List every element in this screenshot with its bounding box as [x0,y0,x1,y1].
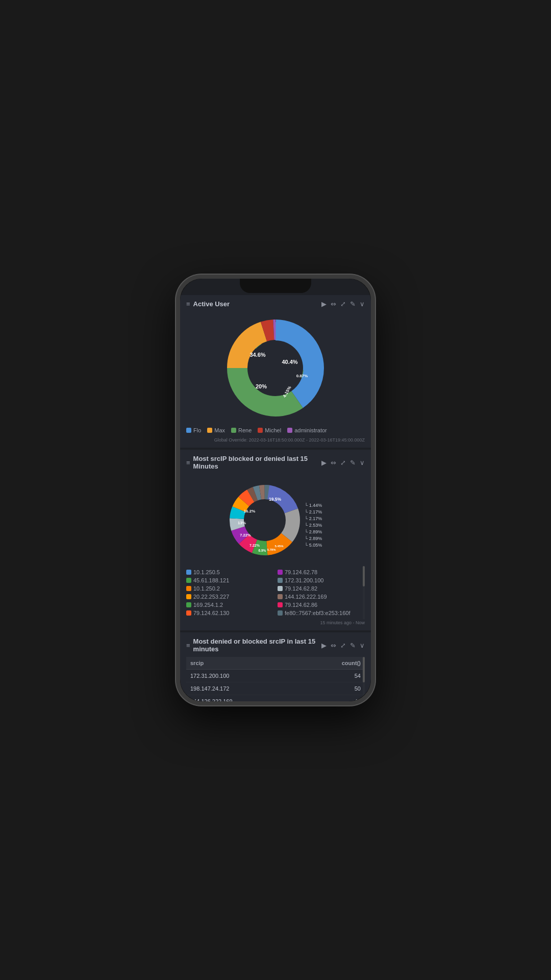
scrollbar-thumb-2 [363,566,365,586]
lg-label-6: 79.124.62.82 [285,585,317,592]
legend-label-michel: Michel [265,427,281,433]
panel2-actions: ▶ ⇔ ⤢ ✎ ∨ [321,459,365,467]
expand-icon-2[interactable]: ⤢ [340,459,346,467]
legend-dot-michel [258,428,263,433]
legend-dot-flo [186,428,191,433]
label-right-3: └ 2.17% [305,516,322,521]
scrollbar-track-3 [363,657,365,701]
table-row: 172.31.200.100 54 [186,670,365,682]
table-row: 144.126.222.169 45 [186,695,365,702]
lg-169.254.1.2: 169.254.1.2 [186,602,273,608]
donut-svg-2: 16.2% 19.5% 13% 7.22% 7.22% 6.9% 5.78% 5… [224,479,306,561]
chevron-icon-2[interactable]: ∨ [360,459,365,467]
lg-label-3: 45.61.188.121 [193,577,229,583]
cell-srcip-3: 144.126.222.169 [186,695,317,702]
legend-item-michel: Michel [258,427,281,433]
label2-545: 5.45% [274,545,284,548]
edit-icon-2[interactable]: ✎ [350,459,356,467]
panel3-title-group: ≡ Most denied or blocked srcIP in last 1… [186,638,321,653]
lg-label-2: 79.124.62.78 [285,569,317,575]
panel-actions: ▶ ⇔ ⤢ ✎ ∨ [321,300,365,308]
play-icon-3[interactable]: ▶ [321,642,327,649]
label-flo: 40.4% [282,359,297,365]
lg-dot-4 [278,578,283,583]
label-max: 20% [256,383,267,389]
lg-label-11: 79.124.62.130 [193,610,229,616]
cell-count-3: 45 [317,695,365,702]
col-srcip: srcip [186,657,317,670]
table-body: 172.31.200.100 54 198.147.24.172 50 144.… [186,670,365,702]
arrows-icon-3[interactable]: ⇔ [331,642,336,649]
donut-chart-2: 16.2% 19.5% 13% 7.22% 7.22% 6.9% 5.78% 5… [186,474,365,566]
chevron-icon-3[interactable]: ∨ [360,642,365,649]
lg-dot-12 [278,610,283,616]
label2-578: 5.78% [267,548,276,551]
lg-label-7: 20.22.253.227 [193,594,229,600]
expand-icon-3[interactable]: ⤢ [340,642,346,649]
legend-label-rene: Rene [238,427,252,433]
col-count: count() [317,657,365,670]
label-right-2: └ 2.17% [305,509,322,514]
lg-label-10: 79.124.62.86 [285,602,317,608]
label2-69: 6.9% [258,549,266,552]
expand-icon[interactable]: ⤢ [340,300,346,308]
denied-table: srcip count() 172.31.200.100 54 198.147.… [186,657,365,701]
screen-content[interactable]: ≡ Active User ▶ ⇔ ⤢ ✎ ∨ [180,295,371,701]
legend-1: Flo Max Rene Michel [186,424,365,436]
label-right-7: └ 5.05% [305,543,322,548]
legend2-container: 10.1.250.5 79.124.62.78 45.61.188.121 [186,566,365,619]
lg-79.124.62.130: 79.124.62.130 [186,610,273,616]
legend-item-flo: Flo [186,427,201,433]
scrollbar-track-2 [363,566,365,619]
legend-dot-rene [231,428,236,433]
lg-dot-7 [186,594,191,599]
lg-79.124.62.82: 79.124.62.82 [278,585,365,592]
legend-dot-admin [287,428,292,433]
panel2-title-group: ≡ Most srcIP blocked or denied last 15 M… [186,455,321,470]
time-range-2: 15 minutes ago - Now [186,619,365,625]
label2-13: 13% [238,521,246,525]
label2-722: 7.22% [240,533,251,537]
cell-count-1: 54 [317,670,365,682]
lg-dot-6 [278,586,283,591]
menu-icon-2: ≡ [186,459,190,467]
label2-722b: 7.22% [249,544,260,547]
legend-grid-2: 10.1.250.5 79.124.62.78 45.61.188.121 [186,566,365,619]
edit-icon[interactable]: ✎ [350,300,356,308]
panel3-actions: ▶ ⇔ ⤢ ✎ ∨ [321,642,365,649]
lg-fe80: fe80::7567:ebf3:e253:160f [278,610,365,616]
time-range-1: Global Override: 2022-03-16T18:50:00.000… [186,436,365,443]
lg-10.1.250.2: 10.1.250.2 [186,585,273,592]
lg-172.31.200.100: 172.31.200.100 [278,577,365,583]
play-icon-2[interactable]: ▶ [321,459,327,467]
lg-dot-11 [186,610,191,616]
panel-title: Active User [193,300,230,308]
label2-195: 19.5% [269,497,282,502]
table-container: srcip count() 172.31.200.100 54 198.147.… [186,657,365,701]
play-icon[interactable]: ▶ [321,300,327,308]
chevron-icon[interactable]: ∨ [360,300,365,308]
donut-wrapper-2: 16.2% 19.5% 13% 7.22% 7.22% 6.9% 5.78% 5… [224,479,306,561]
table-header-row: srcip count() [186,657,365,670]
legend-item-max: Max [207,427,225,433]
panel3-title: Most denied or blocked srcIP in last 15 … [193,638,321,653]
lg-20.22.253.227: 20.22.253.227 [186,594,273,600]
table-row: 198.147.24.172 50 [186,682,365,695]
lg-label-4: 172.31.200.100 [285,577,323,583]
label2-162: 16.2% [243,509,255,513]
panel2-title: Most srcIP blocked or denied last 15 Min… [193,455,321,470]
lg-dot-3 [186,578,191,583]
lg-dot-2 [278,570,283,575]
cell-count-2: 50 [317,682,365,695]
edit-icon-3[interactable]: ✎ [350,642,356,649]
panel-header: ≡ Active User ▶ ⇔ ⤢ ✎ ∨ [186,300,365,308]
label-admin: 0.87% [296,374,308,378]
lg-45.61.188.121: 45.61.188.121 [186,577,273,583]
arrows-icon-2[interactable]: ⇔ [331,459,336,467]
phone-frame: ≡ Active User ▶ ⇔ ⤢ ✎ ∨ [176,275,375,705]
arrows-icon[interactable]: ⇔ [331,300,336,308]
table-head: srcip count() [186,657,365,670]
panel3-header: ≡ Most denied or blocked srcIP in last 1… [186,638,365,653]
lg-79.124.62.78: 79.124.62.78 [278,569,365,575]
phone-notch [240,279,311,293]
